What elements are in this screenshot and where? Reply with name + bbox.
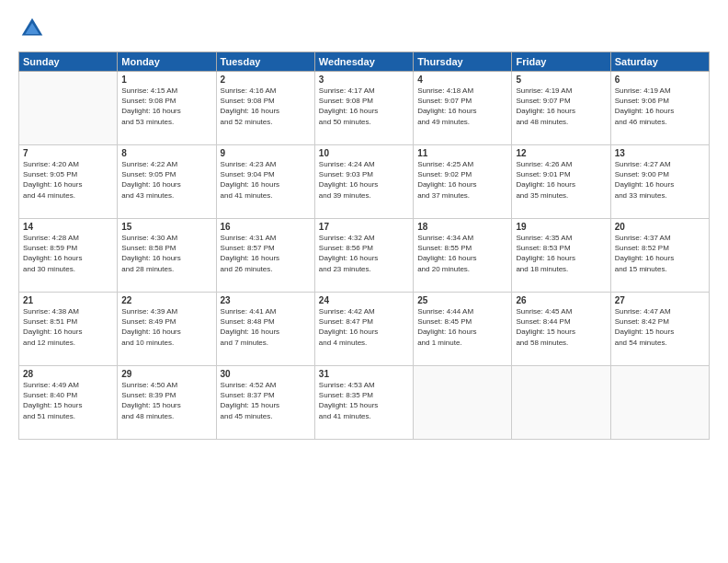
day-number: 30 (221, 369, 311, 379)
day-number: 4 (417, 75, 507, 85)
calendar-cell: 17Sunrise: 4:32 AM Sunset: 8:56 PM Dayli… (314, 219, 413, 293)
calendar-cell: 11Sunrise: 4:25 AM Sunset: 9:02 PM Dayli… (414, 145, 512, 219)
calendar-cell: 7Sunrise: 4:20 AM Sunset: 9:05 PM Daylig… (19, 145, 118, 219)
day-info: Sunrise: 4:16 AM Sunset: 9:08 PM Dayligh… (221, 86, 311, 127)
page: SundayMondayTuesdayWednesdayThursdayFrid… (0, 0, 728, 563)
day-number: 11 (417, 148, 507, 158)
day-info: Sunrise: 4:52 AM Sunset: 8:37 PM Dayligh… (221, 380, 311, 421)
day-info: Sunrise: 4:26 AM Sunset: 9:01 PM Dayligh… (516, 159, 606, 201)
header-cell-sunday: Sunday (19, 52, 118, 72)
day-number: 13 (615, 148, 705, 158)
day-number: 7 (23, 148, 113, 158)
calendar-cell: 21Sunrise: 4:38 AM Sunset: 8:51 PM Dayli… (19, 293, 118, 366)
calendar-cell: 16Sunrise: 4:31 AM Sunset: 8:57 PM Dayli… (216, 219, 314, 293)
calendar-cell: 14Sunrise: 4:28 AM Sunset: 8:59 PM Dayli… (19, 219, 118, 293)
day-number: 3 (319, 75, 409, 85)
day-info: Sunrise: 4:19 AM Sunset: 9:06 PM Dayligh… (615, 86, 705, 127)
day-number: 20 (615, 222, 705, 232)
day-number: 6 (615, 75, 705, 85)
header-row: SundayMondayTuesdayWednesdayThursdayFrid… (19, 52, 710, 72)
calendar-cell: 22Sunrise: 4:39 AM Sunset: 8:49 PM Dayli… (118, 293, 216, 366)
day-info: Sunrise: 4:17 AM Sunset: 9:08 PM Dayligh… (319, 86, 409, 127)
day-number: 15 (121, 222, 211, 232)
day-number: 27 (615, 295, 705, 305)
day-number: 16 (221, 222, 311, 232)
calendar-week-3: 14Sunrise: 4:28 AM Sunset: 8:59 PM Dayli… (19, 219, 710, 293)
day-info: Sunrise: 4:28 AM Sunset: 8:59 PM Dayligh… (23, 233, 113, 274)
day-info: Sunrise: 4:49 AM Sunset: 8:40 PM Dayligh… (23, 380, 113, 421)
header-cell-thursday: Thursday (414, 52, 512, 72)
day-info: Sunrise: 4:42 AM Sunset: 8:47 PM Dayligh… (319, 306, 409, 348)
day-info: Sunrise: 4:19 AM Sunset: 9:07 PM Dayligh… (516, 86, 606, 127)
day-number: 31 (319, 369, 409, 379)
calendar-cell: 3Sunrise: 4:17 AM Sunset: 9:08 PM Daylig… (314, 72, 413, 145)
day-number: 9 (221, 148, 311, 158)
calendar-cell (512, 366, 610, 440)
day-number: 1 (121, 75, 211, 85)
day-info: Sunrise: 4:53 AM Sunset: 8:35 PM Dayligh… (319, 380, 409, 421)
day-number: 2 (221, 75, 311, 85)
calendar-cell: 9Sunrise: 4:23 AM Sunset: 9:04 PM Daylig… (216, 145, 314, 219)
day-number: 12 (516, 148, 606, 158)
day-number: 18 (417, 222, 507, 232)
calendar-cell (19, 72, 118, 145)
calendar-week-4: 21Sunrise: 4:38 AM Sunset: 8:51 PM Dayli… (19, 293, 710, 366)
day-number: 25 (417, 295, 507, 305)
day-info: Sunrise: 4:22 AM Sunset: 9:05 PM Dayligh… (121, 159, 211, 201)
calendar-cell: 24Sunrise: 4:42 AM Sunset: 8:47 PM Dayli… (314, 293, 413, 366)
day-number: 21 (23, 295, 113, 305)
day-info: Sunrise: 4:32 AM Sunset: 8:56 PM Dayligh… (319, 233, 409, 274)
header (18, 15, 710, 42)
day-info: Sunrise: 4:15 AM Sunset: 9:08 PM Dayligh… (121, 86, 211, 127)
calendar-cell: 29Sunrise: 4:50 AM Sunset: 8:39 PM Dayli… (118, 366, 216, 440)
calendar-cell: 18Sunrise: 4:34 AM Sunset: 8:55 PM Dayli… (414, 219, 512, 293)
day-number: 28 (23, 369, 113, 379)
calendar-week-1: 1Sunrise: 4:15 AM Sunset: 9:08 PM Daylig… (19, 72, 710, 145)
calendar-cell: 15Sunrise: 4:30 AM Sunset: 8:58 PM Dayli… (118, 219, 216, 293)
day-number: 19 (516, 222, 606, 232)
calendar-cell: 4Sunrise: 4:18 AM Sunset: 9:07 PM Daylig… (414, 72, 512, 145)
day-number: 10 (319, 148, 409, 158)
calendar-cell: 31Sunrise: 4:53 AM Sunset: 8:35 PM Dayli… (314, 366, 413, 440)
calendar-cell: 1Sunrise: 4:15 AM Sunset: 9:08 PM Daylig… (118, 72, 216, 145)
calendar-cell: 26Sunrise: 4:45 AM Sunset: 8:44 PM Dayli… (512, 293, 610, 366)
header-cell-tuesday: Tuesday (216, 52, 314, 72)
day-info: Sunrise: 4:37 AM Sunset: 8:52 PM Dayligh… (615, 233, 705, 274)
day-info: Sunrise: 4:24 AM Sunset: 9:03 PM Dayligh… (319, 159, 409, 201)
calendar-cell: 10Sunrise: 4:24 AM Sunset: 9:03 PM Dayli… (314, 145, 413, 219)
header-cell-monday: Monday (118, 52, 216, 72)
logo-icon (18, 15, 46, 42)
day-info: Sunrise: 4:34 AM Sunset: 8:55 PM Dayligh… (417, 233, 507, 274)
calendar-cell: 23Sunrise: 4:41 AM Sunset: 8:48 PM Dayli… (216, 293, 314, 366)
calendar-cell: 28Sunrise: 4:49 AM Sunset: 8:40 PM Dayli… (19, 366, 118, 440)
day-number: 29 (121, 369, 211, 379)
day-info: Sunrise: 4:27 AM Sunset: 9:00 PM Dayligh… (615, 159, 705, 201)
day-number: 24 (319, 295, 409, 305)
day-info: Sunrise: 4:20 AM Sunset: 9:05 PM Dayligh… (23, 159, 113, 201)
day-info: Sunrise: 4:39 AM Sunset: 8:49 PM Dayligh… (121, 306, 211, 348)
day-number: 8 (121, 148, 211, 158)
day-info: Sunrise: 4:35 AM Sunset: 8:53 PM Dayligh… (516, 233, 606, 274)
day-number: 14 (23, 222, 113, 232)
calendar-cell: 20Sunrise: 4:37 AM Sunset: 8:52 PM Dayli… (610, 219, 709, 293)
day-info: Sunrise: 4:30 AM Sunset: 8:58 PM Dayligh… (121, 233, 211, 274)
day-info: Sunrise: 4:23 AM Sunset: 9:04 PM Dayligh… (221, 159, 311, 201)
day-info: Sunrise: 4:50 AM Sunset: 8:39 PM Dayligh… (121, 380, 211, 421)
calendar-cell: 30Sunrise: 4:52 AM Sunset: 8:37 PM Dayli… (216, 366, 314, 440)
calendar-header: SundayMondayTuesdayWednesdayThursdayFrid… (19, 52, 710, 72)
day-number: 26 (516, 295, 606, 305)
day-number: 17 (319, 222, 409, 232)
calendar-cell (414, 366, 512, 440)
header-cell-wednesday: Wednesday (314, 52, 413, 72)
day-info: Sunrise: 4:44 AM Sunset: 8:45 PM Dayligh… (417, 306, 507, 348)
day-number: 23 (221, 295, 311, 305)
day-info: Sunrise: 4:18 AM Sunset: 9:07 PM Dayligh… (417, 86, 507, 127)
header-cell-friday: Friday (512, 52, 610, 72)
calendar-body: 1Sunrise: 4:15 AM Sunset: 9:08 PM Daylig… (19, 72, 710, 440)
day-info: Sunrise: 4:45 AM Sunset: 8:44 PM Dayligh… (516, 306, 606, 348)
calendar-cell: 8Sunrise: 4:22 AM Sunset: 9:05 PM Daylig… (118, 145, 216, 219)
calendar-cell: 27Sunrise: 4:47 AM Sunset: 8:42 PM Dayli… (610, 293, 709, 366)
day-number: 5 (516, 75, 606, 85)
header-cell-saturday: Saturday (610, 52, 709, 72)
logo (18, 15, 50, 42)
